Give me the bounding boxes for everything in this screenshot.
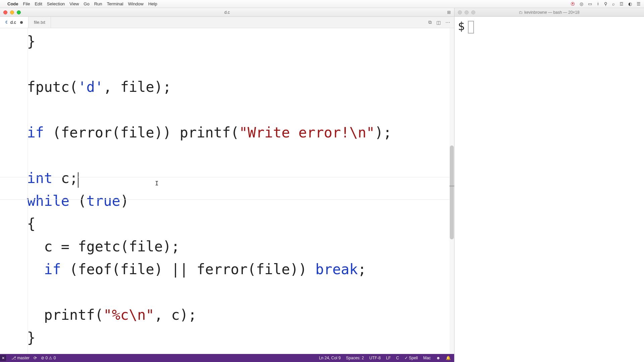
terminal-body[interactable]: $ <box>454 17 644 362</box>
search-icon[interactable]: ⌕ <box>612 1 615 6</box>
notifications-icon[interactable]: 🔔 <box>446 356 451 360</box>
terminal-prompt: $ <box>458 19 465 33</box>
bluetooth-icon[interactable]: ᚼ <box>597 1 599 6</box>
encoding[interactable]: UTF-8 <box>369 356 381 360</box>
minimize-button[interactable] <box>10 10 14 14</box>
menu-terminal[interactable]: Terminal <box>107 1 123 6</box>
editor-titlebar[interactable]: d.c ⊞ <box>0 8 454 17</box>
status-bar: ✕ ⎇ master ⟳ ⊘ 0 ⚠ 0 Ln 24, Col 9 Spaces… <box>0 354 454 362</box>
editor-window: d.c ⊞ C d.c file.txt ⧉ ◫ ⋯ } fpu <box>0 8 454 362</box>
cursor-position[interactable]: Ln 24, Col 9 <box>319 356 341 360</box>
terminal-window-title: 🗀kevinbrowne — bash — 20×18 <box>519 10 579 15</box>
screen-record-icon[interactable]: ⦿ <box>571 1 575 6</box>
tab-lang-badge: C <box>5 20 8 24</box>
editor-tabbar: C d.c file.txt ⧉ ◫ ⋯ <box>0 17 454 28</box>
tab-d-c[interactable]: C d.c <box>0 17 29 28</box>
close-button[interactable] <box>458 10 462 14</box>
app-name[interactable]: Code <box>7 1 18 6</box>
layout-icon[interactable]: ⊞ <box>447 10 451 15</box>
scrollbar-thumb[interactable] <box>450 145 454 239</box>
indent-guide <box>28 28 28 354</box>
text-caret-icon: I <box>155 180 159 187</box>
scroll-marker <box>449 186 454 186</box>
menu-edit[interactable]: Edit <box>35 1 42 6</box>
menubar-status-icons: ⦿ ◎ ▭ ᚼ ⚲ ⌕ ☲ ◐ ☰ <box>571 1 641 6</box>
code-content[interactable]: } fputc('d', file); if (ferror(file)) pr… <box>0 28 454 349</box>
terminal-window: 🗀kevinbrowne — bash — 20×18 $ <box>454 8 644 362</box>
split-editor-icon[interactable]: ◫ <box>436 20 441 25</box>
tab-right-actions: ⧉ ◫ ⋯ <box>428 17 454 28</box>
minimize-button[interactable] <box>465 10 469 14</box>
problems-indicator[interactable]: ⊘ 0 ⚠ 0 <box>41 356 56 360</box>
siri-icon[interactable]: ◐ <box>628 1 632 6</box>
window-controls <box>458 10 475 14</box>
target-icon[interactable]: ◎ <box>580 1 583 6</box>
menu-run[interactable]: Run <box>94 1 102 6</box>
menu-file[interactable]: File <box>23 1 30 6</box>
git-sync-icon[interactable]: ⟳ <box>34 356 37 360</box>
zoom-button[interactable] <box>17 10 21 14</box>
tab-dirty-indicator <box>20 21 23 24</box>
spell-check[interactable]: ✓ Spell <box>405 356 418 360</box>
indent-setting[interactable]: Spaces: 2 <box>346 356 364 360</box>
terminal-cursor <box>468 21 474 34</box>
eol[interactable]: LF <box>386 356 391 360</box>
titlebar-right-icons: ⊞ <box>447 10 451 15</box>
desktop: d.c ⊞ C d.c file.txt ⧉ ◫ ⋯ } fpu <box>0 8 644 362</box>
remote-indicator[interactable]: ✕ <box>0 355 6 361</box>
menu-go[interactable]: Go <box>84 1 89 6</box>
scrollbar-track[interactable] <box>449 28 454 354</box>
platform[interactable]: Mac <box>423 356 431 360</box>
folder-icon: 🗀 <box>519 10 523 15</box>
control-center-icon[interactable]: ☲ <box>620 1 624 6</box>
wifi-icon[interactable]: ⚲ <box>604 1 607 6</box>
code-editor[interactable]: } fputc('d', file); if (ferror(file)) pr… <box>0 28 454 354</box>
notification-icon[interactable]: ☰ <box>637 1 641 6</box>
tab-label: d.c <box>10 20 16 25</box>
display-icon[interactable]: ▭ <box>588 1 592 6</box>
menu-window[interactable]: Window <box>128 1 144 6</box>
zoom-button[interactable] <box>471 10 475 14</box>
editor-window-title: d.c <box>224 10 230 15</box>
window-controls <box>3 10 21 14</box>
tab-label: file.txt <box>34 20 45 25</box>
terminal-titlebar[interactable]: 🗀kevinbrowne — bash — 20×18 <box>454 8 644 17</box>
menu-help[interactable]: Help <box>148 1 157 6</box>
git-branch[interactable]: ⎇ master <box>11 356 30 360</box>
macos-menubar: Code File Edit Selection View Go Run Ter… <box>0 0 644 8</box>
menu-selection[interactable]: Selection <box>47 1 65 6</box>
tab-file-txt[interactable]: file.txt <box>29 17 51 28</box>
menu-view[interactable]: View <box>69 1 79 6</box>
feedback-icon[interactable]: ☻ <box>436 356 440 360</box>
language-mode[interactable]: C <box>396 356 399 360</box>
more-actions-icon[interactable]: ⋯ <box>445 20 450 25</box>
close-button[interactable] <box>3 10 7 14</box>
compare-icon[interactable]: ⧉ <box>428 19 432 25</box>
